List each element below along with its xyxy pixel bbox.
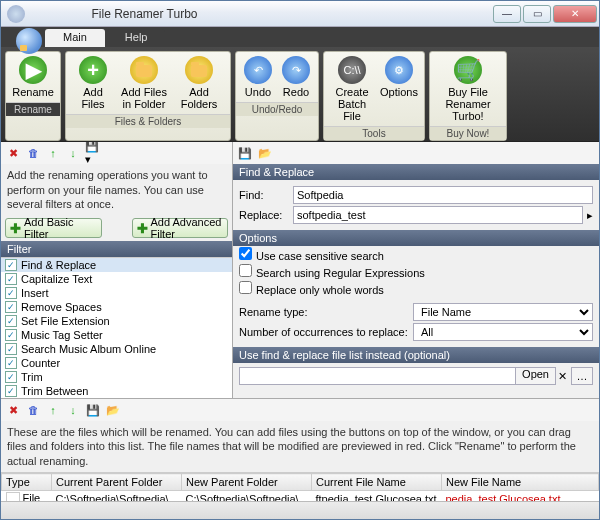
find-input[interactable]	[293, 186, 593, 204]
opt-whole-row: Replace only whole words	[233, 280, 599, 297]
save-filters-icon[interactable]: 💾▾	[85, 145, 101, 161]
col-cur-name[interactable]: Current File Name	[312, 474, 442, 491]
options-button[interactable]: ⚙Options	[378, 54, 420, 124]
recycle-icon[interactable]: 🗑	[25, 145, 41, 161]
filter-label: Insert	[21, 287, 49, 299]
add-files-in-folder-button[interactable]: Add Files in Folder	[118, 54, 170, 112]
filter-row[interactable]: ✓Insert	[1, 286, 232, 300]
remove-file-icon[interactable]: ✖	[5, 402, 21, 418]
filter-list[interactable]: ✓Find & Replace✓Capitalize Text✓Insert✓R…	[1, 257, 232, 398]
opt-whole-checkbox[interactable]	[239, 281, 252, 294]
move-down-icon[interactable]: ↓	[65, 145, 81, 161]
add-files-icon: +	[79, 56, 107, 84]
filelist-clear-icon[interactable]: ✕	[558, 370, 567, 383]
files-pane: ✖ 🗑 ↑ ↓ 💾 📂 These are the files which wi…	[1, 399, 599, 501]
rename-type-row: Rename type: File Name	[239, 303, 593, 321]
table-row[interactable]: FileC:\Softpedia\Softpedia\C:\Softpedia\…	[2, 491, 599, 501]
filter-row[interactable]: ✓Find & Replace	[1, 258, 232, 272]
create-batch-button[interactable]: C:\\Create Batch File	[328, 54, 376, 124]
ribbon-tabstrip: Main Help	[1, 27, 599, 47]
clear-files-icon[interactable]: 🗑	[25, 402, 41, 418]
filelist-input-row: Open ✕ …	[233, 363, 599, 389]
filter-checkbox[interactable]: ✓	[5, 385, 17, 397]
add-folders-button[interactable]: Add Folders	[172, 54, 226, 112]
files-hint: These are the files which will be rename…	[1, 421, 599, 472]
filter-checkbox[interactable]: ✓	[5, 259, 17, 271]
opt-regex-checkbox[interactable]	[239, 264, 252, 277]
filter-checkbox[interactable]: ✓	[5, 287, 17, 299]
filter-checkbox[interactable]: ✓	[5, 343, 17, 355]
find-label: Find:	[239, 189, 289, 201]
app-menu-icon[interactable]	[16, 28, 42, 54]
opt-case-checkbox[interactable]	[239, 247, 252, 260]
minimize-button[interactable]: —	[493, 5, 521, 23]
opt-regex-row: Search using Regular Expressions	[233, 263, 599, 280]
files-table[interactable]: Type Current Parent Folder New Parent Fo…	[1, 472, 599, 501]
filelist-open-button[interactable]: Open	[516, 367, 556, 385]
buy-button[interactable]: 🛒Buy File Renamer Turbo!	[434, 54, 502, 124]
app-window: File Renamer Turbo — ▭ ✕ Main Help ▶Rena…	[0, 0, 600, 520]
filter-row[interactable]: ✓Search Music Album Online	[1, 342, 232, 356]
filter-row[interactable]: ✓Set File Extension	[1, 314, 232, 328]
opt-regex-label: Search using Regular Expressions	[256, 267, 425, 279]
col-type[interactable]: Type	[2, 474, 52, 491]
col-new-folder[interactable]: New Parent Folder	[182, 474, 312, 491]
titlebar: File Renamer Turbo — ▭ ✕	[1, 1, 599, 27]
open-settings-icon[interactable]: 📂	[257, 145, 273, 161]
filter-checkbox[interactable]: ✓	[5, 371, 17, 383]
filter-checkbox[interactable]: ✓	[5, 315, 17, 327]
filters-toolbar: ✖ 🗑 ↑ ↓ 💾▾	[1, 142, 232, 164]
filelist-more-button[interactable]: …	[571, 367, 593, 385]
rename-type-select[interactable]: File Name	[413, 303, 593, 321]
open-list-icon[interactable]: 📂	[105, 402, 121, 418]
file-down-icon[interactable]: ↓	[65, 402, 81, 418]
files-toolbar: ✖ 🗑 ↑ ↓ 💾 📂	[1, 399, 599, 421]
tab-help[interactable]: Help	[107, 29, 166, 47]
filter-checkbox[interactable]: ✓	[5, 329, 17, 341]
filter-row[interactable]: ✓Remove Spaces	[1, 300, 232, 314]
add-basic-filter-button[interactable]: ✚Add Basic Filter	[5, 218, 102, 238]
workarea: ✖ 🗑 ↑ ↓ 💾▾ Add the renaming operations y…	[1, 142, 599, 501]
filter-label: Capitalize Text	[21, 273, 92, 285]
filter-row[interactable]: ✓Music Tag Setter	[1, 328, 232, 342]
filter-checkbox[interactable]: ✓	[5, 357, 17, 369]
save-settings-icon[interactable]: 💾	[237, 145, 253, 161]
replace-input[interactable]	[293, 206, 583, 224]
cur-folder-cell: C:\Softpedia\Softpedia\	[52, 491, 182, 501]
ribbon-group-label-rename: Rename	[6, 102, 60, 116]
replace-dropdown-icon[interactable]: ▸	[587, 209, 593, 222]
file-up-icon[interactable]: ↑	[45, 402, 61, 418]
add-advanced-filter-button[interactable]: ✚Add Advanced Filter	[132, 218, 229, 238]
maximize-button[interactable]: ▭	[523, 5, 551, 23]
redo-icon: ↷	[282, 56, 310, 84]
col-cur-folder[interactable]: Current Parent Folder	[52, 474, 182, 491]
ribbon-group-label-tools: Tools	[324, 126, 424, 140]
ribbon-group-tools: C:\\Create Batch File ⚙Options Tools	[323, 51, 425, 141]
tab-main[interactable]: Main	[45, 29, 105, 47]
close-button[interactable]: ✕	[553, 5, 597, 23]
cur-name-cell: ftpedia_test Glucosea.txt	[312, 491, 442, 501]
add-files-button[interactable]: +Add Files	[70, 54, 116, 112]
filter-label: Remove Spaces	[21, 301, 102, 313]
occurrences-select[interactable]: All	[413, 323, 593, 341]
filelist-input[interactable]	[239, 367, 516, 385]
rename-button[interactable]: ▶Rename	[10, 54, 56, 100]
move-up-icon[interactable]: ↑	[45, 145, 61, 161]
ribbon-group-buy: 🛒Buy File Renamer Turbo! Buy Now!	[429, 51, 507, 141]
filter-checkbox[interactable]: ✓	[5, 301, 17, 313]
type-cell: File	[23, 492, 41, 501]
delete-filter-icon[interactable]: ✖	[5, 145, 21, 161]
plus-icon: ✚	[10, 221, 21, 236]
col-new-name[interactable]: New File Name	[442, 474, 599, 491]
app-icon	[7, 5, 25, 23]
filter-row[interactable]: ✓Capitalize Text	[1, 272, 232, 286]
filter-row[interactable]: ✓Counter	[1, 356, 232, 370]
filter-row[interactable]: ✓Trim Between	[1, 384, 232, 398]
ribbon-group-label-buy: Buy Now!	[430, 126, 506, 140]
save-list-icon[interactable]: 💾	[85, 402, 101, 418]
filter-checkbox[interactable]: ✓	[5, 273, 17, 285]
undo-button[interactable]: ↶Undo	[240, 54, 276, 100]
redo-button[interactable]: ↷Redo	[278, 54, 314, 100]
filter-row[interactable]: ✓Trim	[1, 370, 232, 384]
filter-header: Filter	[1, 241, 232, 257]
